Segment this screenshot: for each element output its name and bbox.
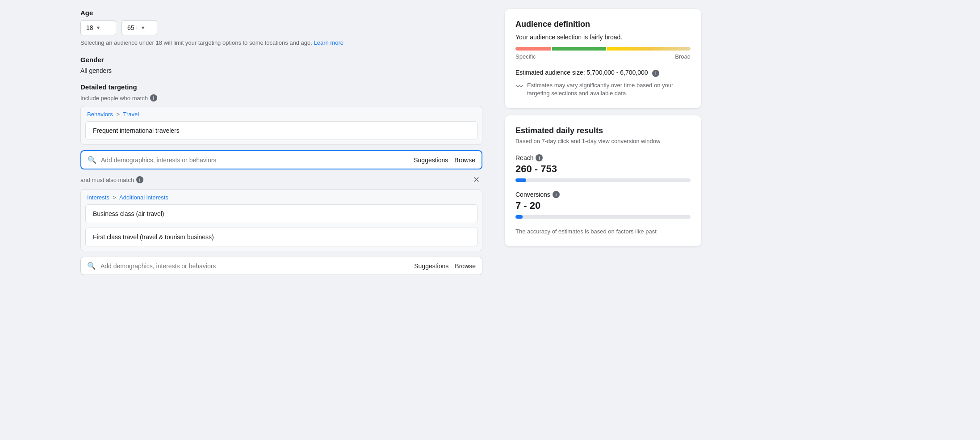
age-info-text: Selecting an audience under 18 will limi…: [80, 39, 482, 47]
age-max-select[interactable]: 65+ ▼: [121, 20, 157, 35]
browse-button-1[interactable]: Browse: [454, 157, 475, 164]
daily-results-card: Estimated daily results Based on 7-day c…: [505, 115, 701, 246]
age-max-arrow-icon: ▼: [141, 25, 146, 30]
targeting-item-travelers: Frequent international travelers: [85, 121, 477, 140]
search-icon-2: 🔍: [87, 262, 96, 270]
estimates-row: 〰 Estimates may vary significantly over …: [515, 81, 691, 97]
accuracy-text: The accuracy of estimates is based on fa…: [515, 228, 691, 236]
conversions-value: 7 - 20: [515, 200, 691, 212]
suggestions-button-1[interactable]: Suggestions: [414, 157, 448, 164]
conversions-label: Conversions i: [515, 191, 691, 198]
age-min-arrow-icon: ▼: [96, 25, 101, 30]
audience-size-info-icon[interactable]: i: [652, 70, 659, 77]
estimates-chart-icon: 〰: [515, 82, 524, 92]
spectrum-green: [552, 47, 606, 51]
audience-broad-text: Your audience selection is fairly broad.: [515, 34, 691, 41]
age-max-value: 65+: [127, 24, 138, 31]
estimates-text: Estimates may vary significantly over ti…: [527, 81, 691, 97]
reach-value: 260 - 753: [515, 163, 691, 175]
spectrum-labels: Specific Broad: [515, 53, 691, 60]
suggestions-button-2[interactable]: Suggestions: [414, 262, 448, 270]
targeting-item-business-class: Business class (air travel): [85, 204, 477, 223]
must-match-header: and must also match i ✕: [80, 175, 482, 185]
breadcrumb-separator-1: >: [116, 111, 120, 118]
audience-definition-title: Audience definition: [515, 20, 691, 29]
daily-results-title: Estimated daily results: [515, 126, 691, 135]
audience-size-text: Estimated audience size: 5,700,000 - 6,7…: [515, 69, 691, 77]
must-match-info-icon[interactable]: i: [136, 176, 143, 183]
targeting-group-2: Interests > Additional interests Busines…: [80, 189, 482, 251]
targeting-breadcrumb-2: Interests > Additional interests: [81, 190, 482, 204]
targeting-item-first-class: First class travel (travel & tourism bus…: [85, 228, 477, 246]
include-match-info-icon[interactable]: i: [150, 94, 157, 102]
gender-value: All genders: [80, 67, 482, 74]
audience-size-number: 5,700,000 - 6,700,000: [587, 69, 648, 76]
breadcrumb-travel-link[interactable]: Travel: [123, 111, 139, 118]
learn-more-link[interactable]: Learn more: [314, 39, 343, 46]
search-actions-2: Suggestions Browse: [414, 262, 476, 270]
age-min-value: 18: [86, 24, 93, 31]
detailed-targeting-section: Detailed targeting Include people who ma…: [80, 83, 482, 275]
reach-label: Reach i: [515, 154, 691, 161]
breadcrumb-additional-interests-link[interactable]: Additional interests: [119, 194, 168, 201]
include-match-label: Include people who match i: [80, 94, 482, 102]
detailed-targeting-label: Detailed targeting: [80, 83, 482, 91]
reach-info-icon[interactable]: i: [536, 154, 543, 161]
age-min-select[interactable]: 18 ▼: [80, 20, 116, 35]
reach-progress-container: [515, 178, 691, 182]
spectrum-red: [515, 47, 551, 51]
search-box-2[interactable]: 🔍 Suggestions Browse: [80, 257, 482, 275]
browse-button-2[interactable]: Browse: [455, 262, 476, 270]
spectrum-bar: [515, 47, 691, 51]
must-match-label: and must also match i: [80, 176, 143, 183]
search-actions-1: Suggestions Browse: [414, 157, 475, 164]
gender-section: Gender All genders: [80, 56, 482, 74]
search-icon-1: 🔍: [88, 156, 96, 164]
gender-label: Gender: [80, 56, 482, 63]
search-input-2[interactable]: [101, 262, 410, 270]
age-label: Age: [80, 9, 482, 17]
breadcrumb-behaviors-link[interactable]: Behaviors: [87, 111, 113, 118]
specific-label: Specific: [515, 53, 536, 60]
broad-label: Broad: [675, 53, 691, 60]
search-input-1[interactable]: [101, 157, 409, 164]
breadcrumb-separator-2: >: [113, 194, 116, 201]
audience-definition-card: Audience definition Your audience select…: [505, 9, 701, 108]
must-match-close-button[interactable]: ✕: [470, 175, 482, 185]
conversions-progress-container: [515, 215, 691, 219]
daily-results-subtitle: Based on 7-day click and 1-day view conv…: [515, 137, 691, 145]
targeting-breadcrumb-1: Behaviors > Travel: [81, 106, 482, 121]
search-box-1[interactable]: 🔍 Suggestions Browse: [80, 150, 482, 169]
spectrum-yellow: [607, 47, 691, 51]
right-panel: Audience definition Your audience select…: [496, 0, 710, 440]
age-row: 18 ▼ 65+ ▼: [80, 20, 482, 35]
conversions-progress-bar: [515, 215, 523, 219]
reach-progress-bar: [515, 178, 526, 182]
breadcrumb-interests-link[interactable]: Interests: [87, 194, 109, 201]
conversions-info-icon[interactable]: i: [553, 191, 560, 198]
targeting-group-1: Behaviors > Travel Frequent internationa…: [80, 106, 482, 145]
